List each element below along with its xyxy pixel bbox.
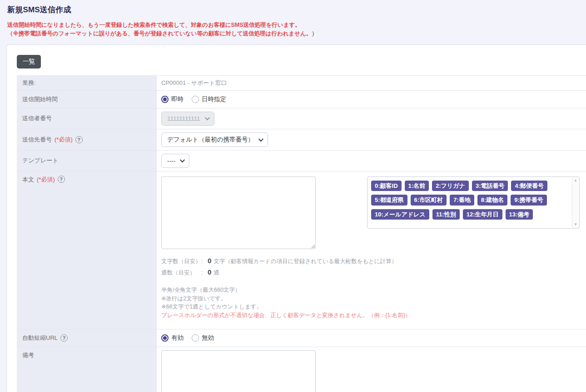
placeholder-tag-button[interactable]: 12:生年月日 (463, 209, 502, 220)
row-business: 業務: CP00001 - サポート窓口 (17, 76, 586, 91)
placeholder-tag-panel: 0:顧客ID1:名前2:フリガナ3:電話番号4:郵便番号5:都道府県6:市区町村… (367, 176, 580, 229)
auto-short-url-label: 自動短縮URL ? (17, 329, 157, 347)
radio-disabled[interactable]: 無効 (192, 334, 214, 342)
radio-enabled[interactable]: 有効 (161, 334, 184, 342)
scroll-down-icon[interactable]: ▼ (574, 223, 577, 226)
chevron-down-icon (258, 137, 263, 142)
body-notes: 半角/全角文字（最大660文字） ※改行は2文字扱いです。 ※66文字で1通とし… (161, 286, 580, 320)
sender-number-label: 送信者番号 (17, 108, 157, 129)
note-max-chars: 半角/全角文字（最大660文字） (161, 286, 580, 294)
auto-short-url-radio-group: 有効 無効 (161, 332, 214, 344)
placeholder-tag-button[interactable]: 6:市区町村 (411, 195, 447, 206)
radio-scheduled-icon[interactable] (192, 96, 199, 103)
note-count-rule: ※66文字で1通としてカウントします。 (161, 303, 580, 311)
template-select[interactable]: ---- (161, 154, 189, 168)
placeholder-tag-button[interactable]: 1:名前 (405, 181, 429, 191)
placeholder-tag-button[interactable]: 0:顧客ID (371, 181, 402, 191)
destination-number-value: デフォルト（最初の携帯番号） (157, 129, 586, 150)
required-marker: (*必須) (37, 176, 55, 184)
placeholder-tag-button[interactable]: 13:備考 (506, 209, 533, 220)
body-value: 0:顧客ID1:名前2:フリガナ3:電話番号4:郵便番号5:都道府県6:市区町村… (157, 172, 586, 329)
count-section: 文字数（目安） : 0 文字（顧客情報カードの項目に登録されている最大桁数をもと… (161, 257, 580, 279)
form-panel: 一覧 業務: CP00001 - サポート窓口 送信開始時間 即時 (6, 44, 586, 392)
char-count-value: 0 (208, 257, 211, 265)
warning-line-2: （※携帯電話番号のフォーマットに誤りがある、番号が登録されていない等の顧客に対し… (7, 29, 579, 38)
list-button[interactable]: 一覧 (17, 55, 41, 69)
row-sender-number: 送信者番号 11111111111 (17, 108, 586, 129)
tag-panel-scrollbar[interactable]: ▲ ▼ (572, 177, 579, 228)
start-time-value: 即時 日時指定 (157, 91, 586, 108)
auto-short-url-value: 有効 無効 (157, 329, 586, 347)
note-newline: ※改行は2文字扱いです。 (161, 294, 580, 303)
radio-disabled-icon[interactable] (192, 334, 199, 342)
chevron-down-icon (204, 115, 209, 120)
body-area: 0:顧客ID1:名前2:フリガナ3:電話番号4:郵便番号5:都道府県6:市区町村… (161, 174, 581, 326)
template-value: ---- (157, 151, 586, 171)
help-icon[interactable]: ? (60, 334, 68, 342)
placeholder-tag-button[interactable]: 4:郵便番号 (511, 181, 547, 191)
row-start-time: 送信開始時間 即時 日時指定 (17, 91, 586, 108)
destination-number-select[interactable]: デフォルト（最初の携帯番号） (161, 132, 268, 147)
placeholder-tag-button[interactable]: 2:フリガナ (432, 181, 469, 191)
sender-number-value: 11111111111 (157, 108, 586, 129)
page-title: 新規SMS送信作成 (7, 5, 579, 15)
start-time-label: 送信開始時間 (17, 91, 157, 108)
placeholder-tag-button[interactable]: 7:番地 (450, 195, 474, 206)
radio-enabled-icon[interactable] (161, 334, 169, 342)
radio-scheduled[interactable]: 日時指定 (192, 95, 226, 103)
help-icon[interactable]: ? (75, 136, 83, 143)
row-template: テンプレート ---- (17, 151, 586, 172)
char-count-line: 文字数（目安） : 0 文字（顧客情報カードの項目に登録されている最大桁数をもと… (161, 257, 580, 265)
body-top: 0:顧客ID1:名前2:フリガナ3:電話番号4:郵便番号5:都道府県6:市区町村… (161, 176, 580, 249)
required-marker: (*必須) (55, 136, 73, 144)
placeholder-tag-button[interactable]: 5:都道府県 (371, 195, 407, 206)
placeholder-tag-button[interactable]: 3:電話番号 (472, 181, 508, 191)
help-icon[interactable]: ? (58, 176, 65, 183)
message-body-textarea[interactable] (161, 176, 316, 249)
destination-number-label: 送信先番号 (*必須) ? (17, 129, 157, 150)
template-label: テンプレート (17, 151, 157, 171)
page-header: 新規SMS送信作成 送信開始時間になりましたら、もう一度登録した検索条件で検索し… (0, 0, 586, 39)
start-time-radio-group: 即時 日時指定 (161, 93, 226, 105)
scroll-up-icon[interactable]: ▲ (574, 179, 577, 182)
row-body: 本文 (*必須) ? 0:顧客ID1:名前2:フリガナ3:電話番号4:郵便番号5… (17, 172, 586, 329)
placeholder-tag-button[interactable]: 11:性別 (432, 209, 460, 220)
row-destination-number: 送信先番号 (*必須) ? デフォルト（最初の携帯番号） (17, 129, 586, 151)
business-value-text: CP00001 - サポート窓口 (161, 79, 227, 87)
business-label: 業務: (17, 76, 157, 90)
remarks-value (157, 347, 586, 392)
warning-line-1: 送信開始時間になりましたら、もう一度登録した検索条件で検索して、対象のお客様にS… (7, 21, 579, 29)
sender-number-select: 11111111111 (161, 112, 214, 126)
placeholder-tag-button[interactable]: 10:メールアドレス (371, 209, 429, 220)
radio-immediate-icon[interactable] (161, 96, 169, 103)
placeholder-tag-list: 0:顧客ID1:名前2:フリガナ3:電話番号4:郵便番号5:都道府県6:市区町村… (371, 181, 567, 220)
remarks-label: 備考 (17, 347, 157, 392)
warning-text: 送信開始時間になりましたら、もう一度登録した検索条件で検索して、対象のお客様にS… (7, 21, 579, 39)
row-remarks: 備考 (17, 347, 586, 392)
remarks-textarea[interactable] (161, 350, 316, 392)
message-count-value: 0 (208, 268, 211, 276)
sms-form-table: 業務: CP00001 - サポート窓口 送信開始時間 即時 日時指 (17, 75, 586, 392)
radio-immediate[interactable]: 即時 (161, 95, 184, 103)
note-placeholder-warning: プレースホルダーの形式が不適切な場合、正しく顧客データと変換されません。（例：{… (161, 311, 580, 320)
placeholder-tag-button[interactable]: 9:携帯番号 (511, 195, 547, 206)
row-auto-short-url: 自動短縮URL ? 有効 無効 (17, 329, 586, 347)
business-value: CP00001 - サポート窓口 (157, 76, 586, 90)
chevron-down-icon (180, 157, 185, 162)
placeholder-tag-button[interactable]: 8:建物名 (477, 195, 508, 206)
message-count-line: 通数（目安） : 0 通 (161, 268, 580, 277)
body-label: 本文 (*必須) ? (17, 172, 157, 329)
